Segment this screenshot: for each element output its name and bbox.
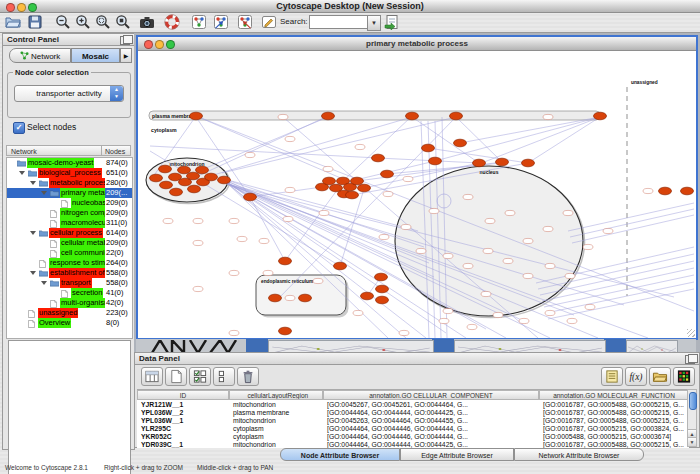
delete-attribute-button[interactable]: [237, 367, 259, 386]
graph-node[interactable]: [416, 248, 426, 253]
graph-node[interactable]: [259, 238, 269, 243]
graph-node[interactable]: [187, 172, 200, 180]
graph-node[interactable]: [229, 270, 239, 275]
tree-col-network[interactable]: Network: [6, 145, 102, 156]
graph-node[interactable]: [467, 324, 477, 329]
graph-node[interactable]: [263, 270, 273, 275]
table-cell[interactable]: [GO:0016787, GO:0005488, GO:0005215, G..…: [539, 417, 689, 425]
graph-node[interactable]: [193, 218, 203, 223]
background-window[interactable]: [626, 340, 678, 352]
expand-network-icon[interactable]: [237, 14, 253, 30]
graph-node[interactable]: [429, 208, 439, 213]
column-header[interactable]: ID: [137, 390, 229, 400]
graph-node[interactable]: [245, 152, 255, 157]
save-icon[interactable]: [27, 14, 43, 30]
graph-node[interactable]: [353, 310, 363, 315]
graph-node[interactable]: [375, 273, 388, 281]
graph-node[interactable]: [643, 188, 653, 193]
matrix-view-button[interactable]: [673, 367, 695, 386]
tab-mosaic[interactable]: Mosaic: [71, 48, 120, 63]
table-cell[interactable]: [GO:0044464, GO:0044446, GO:0044444, G..…: [323, 433, 539, 441]
graph-node[interactable]: [376, 296, 389, 304]
graph-node[interactable]: [285, 187, 295, 192]
graph-node[interactable]: [481, 291, 491, 296]
graph-node[interactable]: [355, 144, 365, 149]
snapshot-icon[interactable]: [139, 14, 155, 30]
graph-node[interactable]: [279, 327, 292, 335]
graph-node[interactable]: [244, 193, 257, 201]
expand-arrow-icon[interactable]: [30, 271, 36, 275]
column-header[interactable]: annotation.GO CELLULAR_COMPONENT: [323, 390, 539, 400]
graph-node[interactable]: [160, 181, 173, 189]
network-tree-row[interactable]: metabolic process280(0): [7, 178, 132, 188]
graph-node[interactable]: [313, 278, 323, 283]
background-window[interactable]: [268, 340, 434, 352]
graph-node[interactable]: [299, 294, 312, 302]
graph-node[interactable]: [522, 159, 535, 167]
graph-node[interactable]: [372, 154, 385, 162]
expand-arrow-icon[interactable]: [19, 171, 25, 175]
graph-node[interactable]: [383, 191, 393, 196]
graph-node[interactable]: [406, 112, 419, 120]
graph-node[interactable]: [493, 312, 503, 317]
graph-node[interactable]: [543, 114, 553, 119]
table-cell[interactable]: [GO:0016787, GO:0005488, GO:0005215, G..…: [539, 401, 689, 409]
graph-node[interactable]: [159, 165, 172, 173]
graph-node[interactable]: [190, 112, 203, 120]
graph-node[interactable]: [594, 112, 607, 120]
tab-overflow-arrow[interactable]: ▶: [120, 48, 132, 63]
graph-node[interactable]: [358, 184, 371, 192]
graph-node[interactable]: [150, 174, 163, 182]
graph-node[interactable]: [454, 139, 467, 147]
graph-node[interactable]: [361, 292, 374, 300]
table-cell[interactable]: [GO:0016787, GO:0005488, GO:0005215, G..…: [539, 409, 689, 417]
table-cell[interactable]: [GO:0016787, GO:0005215, GO:0003824, G..…: [539, 425, 689, 433]
table-cell[interactable]: YJR121W__1: [137, 401, 229, 409]
graph-node[interactable]: [381, 170, 394, 178]
graph-node[interactable]: [450, 112, 463, 120]
network-tree-row[interactable]: macromolecule311(0): [7, 218, 132, 228]
zoom-out-icon[interactable]: [55, 14, 71, 30]
expand-arrow-icon[interactable]: [41, 191, 47, 195]
float-panel-icon[interactable]: [120, 36, 130, 45]
graph-node[interactable]: [463, 194, 473, 199]
table-cell[interactable]: cytoplasm: [229, 433, 323, 441]
import-attributes-button[interactable]: [649, 367, 671, 386]
table-cell[interactable]: YPL036W__2: [137, 409, 229, 417]
tree-col-nodes[interactable]: Nodes: [101, 145, 131, 156]
help-icon[interactable]: [164, 14, 180, 30]
graph-node[interactable]: [334, 262, 347, 270]
background-window[interactable]: [454, 340, 606, 352]
table-cell[interactable]: [GO:0044464, GO:0044444, GO:0044425, G..…: [323, 409, 539, 417]
window-titlebar[interactable]: Cytoscape Desktop (New Session): [0, 0, 700, 13]
graph-node[interactable]: [229, 218, 239, 223]
tab-edge-attribute-browser[interactable]: Edge Attribute Browser: [400, 448, 514, 461]
graph-node[interactable]: [279, 257, 292, 265]
network-tree-row[interactable]: biological_process651(0): [7, 168, 132, 178]
expand-arrow-icon[interactable]: [41, 281, 47, 285]
apply-layout-icon[interactable]: [191, 14, 207, 30]
zoom-selected-icon[interactable]: [95, 14, 111, 30]
network-canvas[interactable]: plasma membranecytoplasmmitochondrionnuc…: [138, 51, 696, 338]
graph-node[interactable]: [285, 295, 295, 300]
attribute-select-button[interactable]: [141, 367, 163, 386]
graph-node[interactable]: [319, 210, 329, 215]
graph-node[interactable]: [323, 166, 333, 171]
background-window-edge[interactable]: [604, 339, 626, 352]
graph-node[interactable]: [422, 144, 435, 152]
graph-node[interactable]: [237, 236, 247, 241]
graph-node[interactable]: [323, 177, 336, 185]
tab-network-attribute-browser[interactable]: Network Attribute Browser: [514, 448, 644, 461]
tab-network[interactable]: Network: [9, 48, 71, 63]
table-cell[interactable]: [GO:0016787, GO:0005488, GO:0005215, G..…: [539, 441, 689, 448]
network-tree-row[interactable]: cell communicat22(0): [7, 248, 132, 258]
graph-node[interactable]: [567, 318, 577, 323]
column-header[interactable]: annotation.GO MOLECULAR_FUNCTION: [539, 390, 689, 400]
search-dropdown-icon[interactable]: ▼: [367, 15, 381, 31]
network-tree-row[interactable]: mosaic-demo-yeast874(0): [7, 158, 132, 168]
graph-node[interactable]: [351, 177, 364, 185]
network-tree-row[interactable]: Overview8(0): [7, 318, 132, 328]
graph-node[interactable]: [283, 216, 293, 221]
network-tree-row[interactable]: unassigned223(0): [7, 308, 132, 318]
formula-builder-button[interactable]: f(x): [625, 367, 647, 386]
